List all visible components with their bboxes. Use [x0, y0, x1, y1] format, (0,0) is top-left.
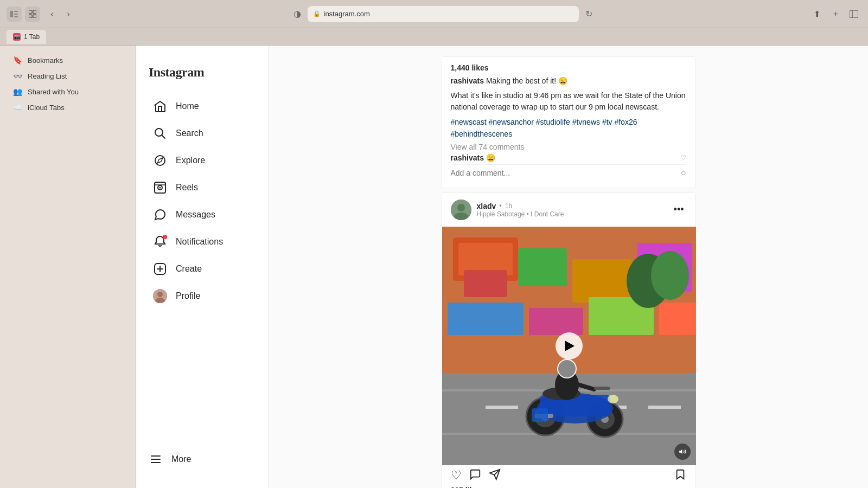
instagram-feed: 1,440 likes rashivats Making the best of…	[269, 46, 868, 488]
comment-button-2[interactable]	[469, 468, 481, 483]
sidebar-item-more[interactable]: More	[140, 446, 264, 473]
svg-point-66	[608, 395, 618, 403]
browser-right-controls: ⬆ ＋	[809, 7, 861, 22]
post2-avatar	[451, 200, 471, 220]
tab-favicon: 📷	[13, 33, 21, 41]
post1-caption: rashivats Making the best of it! 😄	[451, 75, 686, 87]
svg-rect-1	[14, 11, 18, 12]
instagram-logo: Instagram	[136, 56, 268, 93]
share-button[interactable]: ⬆	[809, 7, 825, 22]
comment-emoji-button[interactable]: ○	[681, 168, 686, 178]
contrast-icon[interactable]: ◑	[293, 9, 301, 19]
browser-window-controls	[7, 7, 40, 22]
browser-chrome: ‹ › ◑ 🔒 instagram.com ↻ ⬆ ＋	[0, 0, 868, 28]
post1-comment-heart[interactable]: ♡	[680, 154, 686, 162]
add-comment-input[interactable]	[451, 169, 681, 177]
post1-body: What it's like in studio at 9:46 pm as w…	[451, 90, 686, 113]
volume-button[interactable]	[674, 444, 691, 460]
post-card-1-tail: 1,440 likes rashivats Making the best of…	[442, 56, 695, 188]
icloud-icon: ☁️	[13, 103, 22, 112]
instagram-page: Instagram Home	[136, 46, 868, 488]
svg-rect-0	[10, 11, 13, 17]
svg-rect-4	[29, 10, 32, 14]
svg-rect-8	[850, 10, 858, 18]
bookmarks-icon: 🔖	[13, 56, 22, 65]
post2-more-button[interactable]: •••	[672, 202, 686, 217]
profile-label: Profile	[176, 291, 200, 301]
lock-icon: 🔒	[313, 10, 321, 17]
more-icon	[149, 452, 163, 466]
search-nav-icon	[153, 126, 167, 140]
sidebar-item-messages[interactable]: Messages	[140, 201, 264, 228]
profile-nav-icon	[153, 289, 167, 303]
svg-rect-46	[442, 433, 696, 435]
tab-overview-button[interactable]	[25, 7, 40, 22]
reading-list-icon: 👓	[13, 72, 22, 80]
ig-nav-bottom: More	[136, 441, 268, 477]
post1-comment-username[interactable]: rashivats	[451, 153, 484, 162]
sidebar-item-explore[interactable]: Explore	[140, 147, 264, 174]
safari-bookmarks[interactable]: 🔖 Bookmarks	[4, 53, 131, 68]
post1-view-comments[interactable]: View all 74 comments	[451, 143, 686, 151]
forward-button[interactable]: ›	[61, 7, 76, 22]
create-label: Create	[176, 264, 202, 274]
back-button[interactable]: ‹	[44, 7, 60, 22]
explore-label: Explore	[176, 156, 205, 165]
svg-line-11	[162, 136, 165, 139]
sidebar-item-home[interactable]: Home	[140, 93, 264, 120]
post1-hashtags[interactable]: #newscast #newsanchor #studiolife #tvnew…	[451, 116, 686, 140]
post1-username[interactable]: rashivats	[451, 76, 484, 85]
sidebar-item-notifications[interactable]: Notifications	[140, 228, 264, 255]
svg-rect-24	[151, 455, 161, 457]
search-label: Search	[176, 129, 203, 138]
notifications-icon-wrap	[153, 235, 167, 249]
svg-marker-13	[157, 158, 163, 163]
post1-comment-emoji: 😄	[486, 153, 495, 162]
home-icon	[153, 99, 167, 113]
svg-rect-36	[572, 259, 632, 303]
instagram-nav: Instagram Home	[136, 46, 269, 488]
post2-likes: 367 likes	[451, 486, 686, 488]
safari-reading-list[interactable]: 👓 Reading List	[4, 68, 131, 84]
like-button-2[interactable]: ♡	[451, 470, 462, 481]
explore-icon	[153, 153, 167, 168]
svg-rect-39	[529, 308, 583, 335]
svg-point-62	[558, 360, 576, 377]
post2-header: xladv • 1h Hippie Sabotage • I Dont Care…	[442, 193, 695, 227]
post2-time-sep: •	[499, 202, 502, 210]
icloud-label: iCloud Tabs	[28, 104, 65, 112]
svg-rect-41	[659, 303, 696, 335]
post2-username[interactable]: xladv	[477, 202, 496, 210]
safari-icloud-tabs[interactable]: ☁️ iCloud Tabs	[4, 100, 131, 115]
reels-icon	[153, 181, 167, 195]
sidebar-item-create[interactable]: Create	[140, 255, 264, 282]
home-label: Home	[176, 101, 199, 111]
svg-rect-47	[486, 406, 518, 409]
messages-label: Messages	[176, 210, 215, 220]
sidebar-button[interactable]	[846, 7, 861, 22]
post2-video-thumbnail[interactable]	[442, 227, 696, 465]
svg-rect-26	[151, 462, 161, 463]
svg-rect-50	[648, 406, 681, 409]
svg-rect-7	[33, 15, 36, 18]
shared-icon: 👥	[13, 87, 22, 96]
refresh-icon[interactable]: ↻	[585, 9, 592, 19]
tab-label: 1 Tab	[24, 33, 40, 41]
notifications-label: Notifications	[176, 237, 223, 247]
active-tab[interactable]: 📷 1 Tab	[7, 30, 46, 44]
play-triangle-icon	[565, 341, 575, 351]
save-button-2[interactable]	[674, 468, 686, 483]
new-tab-button[interactable]: ＋	[828, 7, 843, 22]
sidebar-item-profile[interactable]: Profile	[140, 282, 264, 310]
sidebar-item-reels[interactable]: Reels	[140, 174, 264, 201]
safari-shared-with-you[interactable]: 👥 Shared with You	[4, 84, 131, 99]
sidebar-item-search[interactable]: Search	[140, 120, 264, 147]
svg-rect-67	[532, 408, 548, 422]
post2-subtitle: Hippie Sabotage • I Dont Care	[477, 210, 672, 218]
video-play-button[interactable]	[556, 332, 583, 359]
share-button-2[interactable]	[489, 468, 501, 483]
create-icon	[153, 262, 167, 276]
sidebar-toggle-button[interactable]	[7, 7, 22, 22]
address-bar[interactable]: 🔒 instagram.com	[308, 6, 579, 22]
post1-caption-emoji: Making the best of it! 😄	[486, 76, 567, 85]
